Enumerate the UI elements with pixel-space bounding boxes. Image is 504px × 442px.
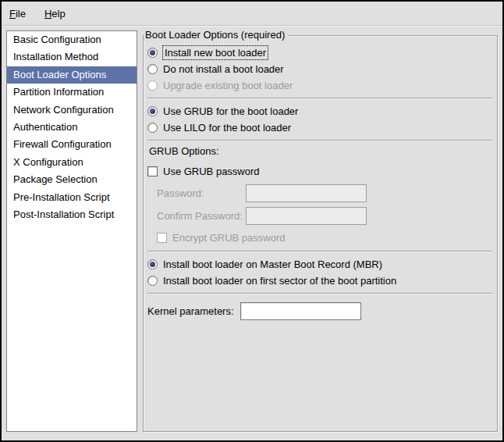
radio-unselected-icon [147, 123, 158, 133]
radio-disabled-icon [147, 80, 158, 91]
radio-label: Use LILO for the boot loader [163, 122, 291, 134]
confirm-password-label: Confirm Password: [157, 210, 246, 222]
radio-upgrade-existing-boot-loader: Upgrade existing boot loader [147, 77, 492, 94]
sidebar-item-firewall-configuration[interactable]: Firewall Configuration [7, 136, 137, 153]
radio-label: Install boot loader on first sector of t… [163, 275, 396, 287]
checkbox-encrypt-grub-password: Encrypt GRUB password [157, 230, 492, 246]
sidebar-item-partition-information[interactable]: Partition Information [7, 84, 137, 101]
sidebar-item-post-installation-script[interactable]: Post-Installation Script [7, 206, 137, 223]
radio-use-lilo[interactable]: Use LILO for the boot loader [147, 119, 492, 136]
radio-unselected-icon [147, 64, 158, 74]
password-label: Password: [157, 187, 246, 199]
boot-loader-options-frame: Boot Loader Options (required) Install n… [143, 35, 498, 432]
radio-use-grub[interactable]: Use GRUB for the boot loader [147, 103, 492, 119]
sidebar-item-x-configuration[interactable]: X Configuration [7, 154, 137, 171]
checkbox-label: Encrypt GRUB password [172, 232, 286, 244]
menu-help[interactable]: Help [40, 5, 70, 22]
kernel-parameters-input[interactable] [240, 302, 361, 320]
radio-selected-icon [147, 259, 158, 269]
sidebar-item-boot-loader-options[interactable]: Boot Loader Options [7, 66, 137, 84]
radio-label: Install new boot loader [163, 46, 268, 59]
password-input [246, 184, 367, 202]
radio-selected-icon [147, 106, 158, 116]
sidebar-item-network-configuration[interactable]: Network Configuration [7, 102, 137, 119]
radio-label: Install boot loader on Master Boot Recor… [163, 258, 382, 270]
menu-file[interactable]: File [5, 5, 30, 22]
kernel-parameters-label: Kernel parameters: [147, 305, 234, 317]
radio-label: Upgrade existing boot loader [163, 80, 293, 91]
checkbox-icon [147, 166, 158, 176]
radio-install-new-boot-loader[interactable]: Install new boot loader [147, 45, 492, 61]
separator [147, 251, 492, 252]
confirm-password-input [246, 207, 367, 225]
radio-label: Do not install a boot loader [163, 63, 284, 75]
sidebar-item-basic-configuration[interactable]: Basic Configuration [7, 31, 137, 48]
menubar: File Help [2, 2, 502, 26]
grub-options-label: GRUB Options: [149, 145, 492, 159]
sidebar-item-installation-method[interactable]: Installation Method [7, 48, 137, 66]
radio-label: Use GRUB for the boot loader [163, 105, 298, 117]
main-panel: Boot Loader Options (required) Install n… [143, 30, 498, 432]
category-list: Basic Configuration Installation Method … [6, 30, 137, 432]
checkbox-disabled-icon [157, 233, 167, 243]
separator [147, 98, 492, 99]
separator [147, 293, 492, 294]
sidebar-item-authentication[interactable]: Authentication [7, 119, 137, 136]
kernel-parameters-row: Kernel parameters: [147, 301, 492, 320]
radio-do-not-install-boot-loader[interactable]: Do not install a boot loader [147, 61, 492, 77]
radio-install-on-first-sector[interactable]: Install boot loader on first sector of t… [147, 273, 492, 289]
radio-unselected-icon [147, 276, 158, 286]
checkbox-label: Use GRUB password [163, 166, 260, 177]
checkbox-use-grub-password[interactable]: Use GRUB password [147, 163, 492, 180]
content-area: Basic Configuration Installation Method … [2, 26, 502, 440]
password-row: Password: [157, 184, 492, 202]
separator [147, 140, 492, 141]
confirm-password-row: Confirm Password: [157, 206, 492, 225]
sidebar-item-package-selection[interactable]: Package Selection [7, 171, 137, 188]
radio-install-on-mbr[interactable]: Install boot loader on Master Boot Recor… [147, 256, 492, 273]
sidebar-item-pre-installation-script[interactable]: Pre-Installation Script [7, 189, 137, 206]
radio-selected-icon [147, 48, 158, 58]
frame-title: Boot Loader Options (required) [144, 29, 289, 41]
kickstart-configurator-window: File Help Basic Configuration Installati… [0, 0, 504, 442]
